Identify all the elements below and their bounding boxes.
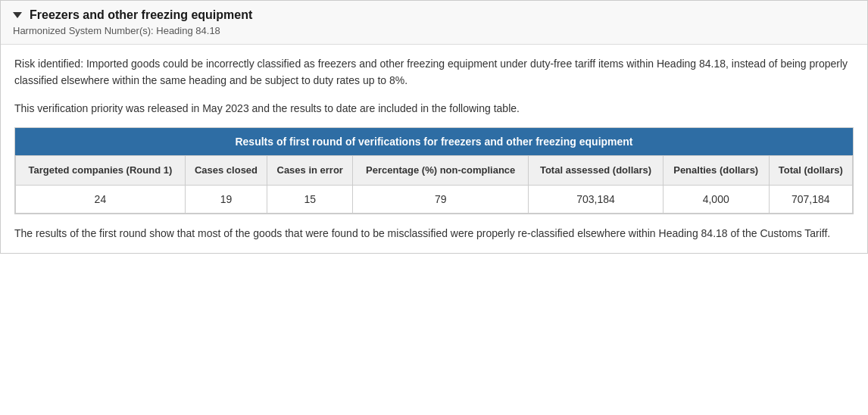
col-header-total: Total (dollars): [769, 156, 852, 186]
table-header-row: Targeted companies (Round 1) Cases close…: [16, 156, 853, 186]
col-header-cases-in-error: Cases in error: [267, 156, 353, 186]
hs-number: Harmonized System Number(s): Heading 84.…: [13, 25, 855, 36]
col-header-cases-closed: Cases closed: [185, 156, 267, 186]
risk-text: Risk identified: Imported goods could be…: [14, 55, 854, 89]
results-table-wrapper: Results of first round of verifications …: [14, 127, 854, 214]
cell-total-assessed: 703,184: [529, 186, 663, 214]
section-title-text: Freezers and other freezing equipment: [30, 8, 252, 22]
cell-percentage-non-compliance: 79: [353, 186, 529, 214]
table-row: 24 19 15 79 703,184 4,000 707,184: [16, 186, 853, 214]
verification-text: This verification priority was released …: [14, 100, 854, 117]
col-header-percentage-non-compliance: Percentage (%) non-compliance: [353, 156, 529, 186]
section-title: Freezers and other freezing equipment: [13, 8, 855, 22]
cell-penalties: 4,000: [663, 186, 769, 214]
cell-targeted-companies: 24: [16, 186, 186, 214]
cell-cases-closed: 19: [185, 186, 267, 214]
section-header: Freezers and other freezing equipment Ha…: [1, 1, 867, 45]
table-title: Results of first round of verifications …: [15, 128, 853, 155]
col-header-total-assessed: Total assessed (dollars): [529, 156, 663, 186]
main-section: Freezers and other freezing equipment Ha…: [0, 0, 868, 254]
footer-text: The results of the first round show that…: [14, 225, 854, 242]
collapse-triangle-icon[interactable]: [13, 12, 22, 18]
col-header-targeted-companies: Targeted companies (Round 1): [16, 156, 186, 186]
content-area: Risk identified: Imported goods could be…: [1, 45, 867, 253]
results-table: Targeted companies (Round 1) Cases close…: [15, 155, 853, 214]
cell-total: 707,184: [769, 186, 852, 214]
col-header-penalties: Penalties (dollars): [663, 156, 769, 186]
cell-cases-in-error: 15: [267, 186, 353, 214]
